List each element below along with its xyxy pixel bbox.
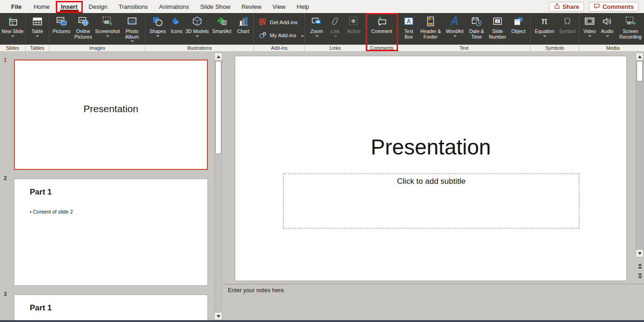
tab-file[interactable]: File <box>5 0 28 13</box>
ribbon-group-images: Pictures Online Pictures Screenshot Phot… <box>49 13 146 51</box>
date-time-button[interactable]: Date & Time <box>466 13 487 45</box>
slide-number-button[interactable]: # Slide Number <box>487 13 508 45</box>
tab-home[interactable]: Home <box>28 0 55 13</box>
my-add-ins-button[interactable]: My Add-ins <box>259 31 304 40</box>
pictures-icon <box>55 15 67 28</box>
notes-divider[interactable] <box>223 284 644 284</box>
chevron-down-icon <box>606 35 609 37</box>
tab-view[interactable]: View <box>267 0 291 13</box>
online-pictures-button[interactable]: Online Pictures <box>72 13 94 45</box>
editor-scroll-down-button[interactable] <box>636 250 643 257</box>
object-button[interactable]: Object <box>508 13 529 45</box>
screenshot-icon <box>101 15 113 28</box>
table-button[interactable]: Table <box>27 13 47 45</box>
workspace: 1 Presentation 2 Part 1 • Content of sli… <box>0 51 644 320</box>
screen-recording-button[interactable]: Screen Recording <box>616 13 644 45</box>
subtitle-placeholder[interactable]: Click to add subtitle <box>283 174 579 228</box>
slide-thumbnail-3[interactable]: Part 1 <box>14 295 208 322</box>
shapes-button[interactable]: Shapes <box>147 13 168 45</box>
svg-text:A: A <box>407 18 411 25</box>
group-label-slides: Slides <box>0 45 26 51</box>
action-icon <box>348 15 360 28</box>
svg-text:π: π <box>541 16 548 26</box>
icons-button[interactable]: Icons <box>168 13 185 45</box>
svg-text:Ω: Ω <box>564 16 571 26</box>
object-icon <box>512 15 524 28</box>
tab-insert-label: Insert <box>61 3 77 10</box>
ribbon-group-text: A Text Box Header & Footer A WordArt Dat… <box>398 13 531 51</box>
editor-scrollbar[interactable] <box>636 53 644 257</box>
group-label-comments: Comments <box>366 45 398 51</box>
chart-button[interactable]: Chart <box>234 13 252 45</box>
symbol-button: Ω Symbol <box>557 13 578 45</box>
slide-title-text[interactable]: Presentation <box>235 134 626 160</box>
text-box-button[interactable]: A Text Box <box>399 13 418 45</box>
slide-thumbnail-2[interactable]: Part 1 • Content of slide 2 <box>14 179 208 286</box>
slide-thumbnail-1[interactable]: Presentation <box>14 60 208 170</box>
link-icon <box>329 15 341 28</box>
slide-canvas[interactable]: Presentation Click to add subtitle <box>235 56 627 281</box>
tab-review[interactable]: Review <box>236 0 267 13</box>
ribbon-group-tables: Table Tables <box>26 13 49 51</box>
3d-models-button[interactable]: 3D Models <box>185 13 209 45</box>
comments-label: Comments <box>603 3 634 10</box>
editor-scroll-up-button[interactable] <box>636 53 643 60</box>
wordart-icon: A <box>449 15 461 28</box>
tab-design[interactable]: Design <box>83 0 113 13</box>
panel-scroll-up-button[interactable] <box>215 53 222 60</box>
previous-slide-button[interactable] <box>637 262 643 270</box>
audio-icon <box>601 15 613 28</box>
equation-button[interactable]: π Equation <box>532 13 557 45</box>
chart-icon <box>237 15 249 28</box>
share-icon <box>554 3 560 11</box>
audio-button[interactable]: Audio <box>598 13 616 45</box>
arrow-up-icon <box>638 55 642 58</box>
slide-panel-scrollbar[interactable] <box>214 53 222 320</box>
get-add-ins-button[interactable]: Get Add-ins <box>259 18 298 27</box>
tab-animations[interactable]: Animations <box>153 0 194 13</box>
photo-album-icon <box>126 15 138 28</box>
double-arrow-up-icon <box>637 263 643 269</box>
panel-scrollbar-thumb[interactable] <box>215 61 221 154</box>
next-slide-button[interactable] <box>637 272 643 280</box>
3d-models-icon <box>191 15 203 28</box>
tab-insert[interactable]: Insert <box>55 0 83 13</box>
video-button[interactable]: Video <box>581 13 598 45</box>
text-box-icon: A <box>403 15 415 28</box>
zoom-button[interactable]: Zoom <box>306 13 327 45</box>
ribbon: New Slide Slides Table Tables <box>0 13 644 51</box>
pictures-button[interactable]: Pictures <box>51 13 72 45</box>
new-slide-button[interactable]: New Slide <box>1 13 24 45</box>
photo-album-button[interactable]: Photo Album <box>120 13 144 45</box>
chevron-down-icon <box>156 35 159 37</box>
comments-button[interactable]: Comments <box>589 2 638 12</box>
panel-scroll-down-button[interactable] <box>215 313 222 320</box>
share-button[interactable]: Share <box>549 2 584 12</box>
header-footer-button[interactable]: Header & Footer <box>418 13 443 45</box>
group-label-text: Text <box>398 45 531 51</box>
video-icon <box>584 15 596 28</box>
zoom-icon <box>311 15 323 28</box>
powerpoint-window: File Home Insert Design Transitions Anim… <box>0 0 644 322</box>
editor-scrollbar-thumb[interactable] <box>637 61 643 81</box>
tab-help[interactable]: Help <box>291 0 315 13</box>
ribbon-group-media: Video Audio Screen Recording Media <box>579 13 644 51</box>
shapes-icon <box>152 15 164 28</box>
share-label: Share <box>563 3 579 10</box>
chevron-down-icon <box>11 35 14 37</box>
ribbon-group-slides: New Slide Slides <box>0 13 26 51</box>
thumbnail-3-title: Part 1 <box>30 303 52 313</box>
tab-transitions[interactable]: Transitions <box>113 0 153 13</box>
wordart-button[interactable]: A WordArt <box>443 13 466 45</box>
notes-placeholder-text: Enter your notes here. <box>228 287 285 294</box>
ribbon-group-symbols: π Equation Ω Symbol Symbols <box>531 13 579 51</box>
action-button: Action <box>344 13 364 45</box>
screenshot-button[interactable]: Screenshot <box>94 13 120 45</box>
chevron-down-icon <box>543 35 546 37</box>
notes-pane[interactable]: Enter your notes here. <box>228 287 639 320</box>
tab-slide-show[interactable]: Slide Show <box>194 0 236 13</box>
smartart-button[interactable]: SmartArt <box>209 13 234 45</box>
comment-button[interactable]: Comment <box>369 13 395 45</box>
thumbnail-1-title: Presentation <box>15 103 207 114</box>
group-label-symbols: Symbols <box>531 45 579 51</box>
